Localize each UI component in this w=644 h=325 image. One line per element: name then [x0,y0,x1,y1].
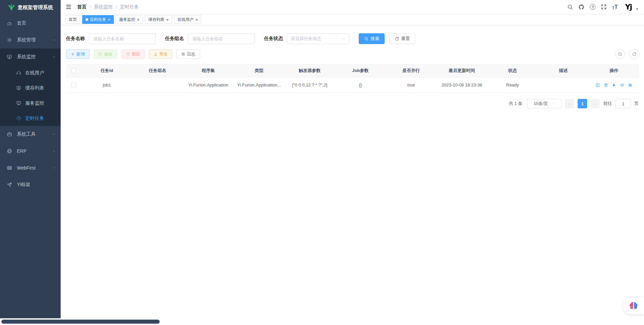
page-1-button[interactable]: 1 [578,99,587,108]
navbar-actions: ? TT Yj ▾ [567,2,638,12]
monitor-icon [7,54,12,60]
edit-button[interactable]: 修改 [94,49,117,59]
table-row[interactable]: job1 Yi.Furion.Application Yi.Furion.App… [66,77,639,93]
page-unit-label: 页 [634,101,639,107]
cell-task-id: job1 [82,82,132,87]
next-page-button[interactable]: › [590,99,600,108]
delete-button[interactable]: 删除 [121,49,145,59]
briefcase-icon [7,132,12,137]
server-monitor-icon [16,101,21,106]
sidebar-collapse-icon[interactable] [65,4,72,10]
task-group-label: 任务组名 [165,36,184,42]
breadcrumb-home[interactable]: 首页 [77,4,87,10]
top-navbar: 首页 / 系统监控 / 定时任务 ? TT Yj ▾ [61,0,644,14]
goto-label: 前往 [603,101,612,107]
task-name-input[interactable] [89,33,156,44]
sidebar-item-online-users[interactable]: 在线用户 [0,65,61,80]
sidebar-item-system-mgmt[interactable]: 系统管理 [0,32,61,48]
page-size-select[interactable]: 10条/页 [527,99,561,108]
cell-assembly: Yi.Furion.Application [183,82,234,87]
breadcrumb: 首页 / 系统监控 / 定时任务 [77,4,139,10]
gear-icon [7,37,12,43]
tab-scheduled-tasks[interactable]: 定时任务 × [82,15,114,24]
cell-type: Yi.Furion.Application... [234,82,285,87]
tab-home[interactable]: 首页 [65,15,80,24]
app-logo[interactable]: 意框架管理系统 [0,0,61,15]
sidebar-group-monitor: 系统监控 在线用户 缓存列表 服务监控 定时任务 [0,48,61,126]
col-status: 状态 [487,68,538,74]
task-group-input[interactable] [188,33,255,44]
row-edit-icon[interactable] [595,83,600,87]
toggle-search-icon[interactable] [615,49,625,59]
sidebar-item-system-monitor[interactable]: 系统监控 [0,48,61,65]
cell-trigger-args: ["0 0 0,12 ? * ?",2] [284,82,335,87]
toolbar-right [615,49,639,59]
select-all-checkbox[interactable] [71,68,76,73]
row-more-icon[interactable] [628,83,633,87]
chevron-down-icon [342,37,346,41]
col-task-id: 任务Id [82,68,132,74]
row-delete-icon[interactable] [604,83,608,87]
ai-assistant-button[interactable] [623,297,644,314]
cell-status: Ready [487,82,538,87]
tags-view-bar: 首页 定时任务 × 服务监控 × 缓存列表 × 在线用户 × [61,14,644,25]
download-icon [154,52,158,56]
cell-updated: 2023-10-08 18:23:36 [437,82,487,87]
search-icon [364,37,368,41]
paper-plane-icon [7,182,12,187]
dashboard-icon [7,21,12,26]
scrollbar-thumb[interactable] [1,320,160,324]
export-button[interactable]: 导出 [149,49,172,59]
tab-service-monitor[interactable]: 服务监控 × [116,15,143,24]
sidebar-item-webfirst[interactable]: WebFirst [0,159,61,176]
row-view-icon[interactable] [620,83,624,87]
tab-online-users[interactable]: 在线用户 × [174,15,201,24]
sidebar-item-erp[interactable]: ERP [0,143,61,159]
help-icon[interactable]: ? [590,4,595,10]
page-content: 任务名称 任务组名 任务状态 请选择任务状态 搜索 重置 [61,25,644,318]
sidebar-item-home[interactable]: 首页 [0,15,61,32]
add-button[interactable]: 新增 [66,49,90,59]
task-status-label: 任务状态 [264,36,283,42]
clock-icon [16,116,21,121]
brain-icon [629,301,639,311]
fullscreen-icon[interactable] [601,4,607,10]
goto-page-input[interactable] [615,99,631,108]
chevron-up-icon [52,55,56,59]
close-icon[interactable]: × [137,17,140,22]
search-button[interactable]: 搜索 [359,33,385,44]
sidebar-item-scheduled-tasks[interactable]: 定时任务 [0,111,61,126]
sidebar-item-cache-list[interactable]: 缓存列表 [0,80,61,96]
prev-page-button[interactable]: ‹ [565,99,574,108]
row-run-icon[interactable] [612,83,616,87]
total-count: 共 1 条 [509,101,522,107]
refresh-table-icon[interactable] [629,49,639,59]
row-checkbox[interactable] [71,83,76,87]
cache-monitor-icon [16,85,21,91]
task-name-label: 任务名称 [66,36,85,42]
github-icon[interactable] [578,4,584,10]
col-type: 类型 [234,68,285,74]
avatar[interactable]: Yj [623,2,634,12]
sidebar-item-system-tools[interactable]: 系统工具 [0,126,61,143]
sidebar-item-yi-framework[interactable]: Yi框架 [0,176,61,193]
sidebar-item-service-monitor[interactable]: 服务监控 [0,96,61,111]
close-icon[interactable]: × [195,17,198,22]
close-icon[interactable]: × [166,17,169,22]
headset-icon [16,70,21,75]
task-status-select[interactable]: 请选择任务状态 [287,33,349,44]
close-icon[interactable]: × [108,17,110,22]
main-area: 首页 / 系统监控 / 定时任务 ? TT Yj ▾ 首页 定时任务 × 服务监… [61,0,644,318]
chevron-down-icon [52,132,56,136]
horizontal-scrollbar [0,318,644,325]
log-button[interactable]: 日志 [176,49,200,59]
col-group: 任务组名 [132,68,183,74]
list-icon [181,52,185,56]
search-icon[interactable] [567,4,573,10]
chevron-down-icon [52,38,56,42]
chevron-down-icon [551,102,555,106]
avatar-caret-icon[interactable]: ▾ [636,7,638,11]
tab-cache-list[interactable]: 缓存列表 × [145,15,172,24]
reset-button[interactable]: 重置 [389,33,415,44]
font-size-icon[interactable]: TT [612,4,618,10]
